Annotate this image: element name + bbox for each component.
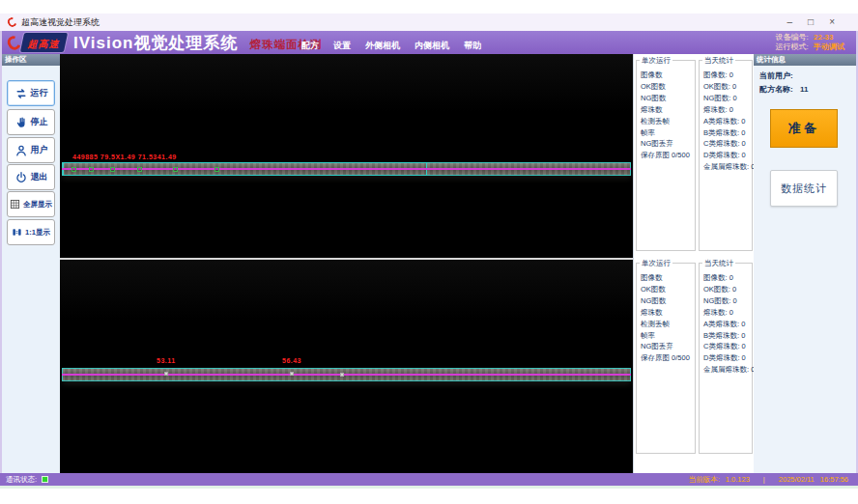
fullscreen-icon xyxy=(10,199,20,210)
detection-mark xyxy=(173,167,178,172)
os-titlebar: 超高速视觉处理系统 – □ × xyxy=(0,14,858,31)
device-info: 设备编号: 22-33 运行模式: 手动调试 xyxy=(776,33,844,52)
one-to-one-icon xyxy=(12,227,22,238)
run-loop-icon xyxy=(14,87,28,100)
app-title: IVision视觉处理系统 xyxy=(73,32,238,54)
stats-panel-bottom-single-run: 单次运行 图像数OK图数NG图数熔珠数检测丢帧帧率NG图丢弃保存原图 0/500 xyxy=(636,263,696,454)
menu-item[interactable]: 帮助 xyxy=(464,40,481,52)
stat-row: NG图丢弃 xyxy=(641,341,694,352)
stat-row: 熔珠数 xyxy=(641,307,694,319)
stat-row: 帧率 xyxy=(641,330,694,342)
user-button[interactable]: 用户 xyxy=(7,137,55,163)
minimize-button[interactable]: – xyxy=(787,15,793,29)
detection-mark xyxy=(137,167,142,172)
stat-row: OK图数: 0 xyxy=(703,284,751,295)
weld-bead-band xyxy=(62,368,631,381)
separator: | xyxy=(763,475,765,484)
recipe-name-label: 配方名称: xyxy=(759,85,793,94)
run-mode-label: 运行模式: xyxy=(776,42,809,51)
brand-logo: 超高速 xyxy=(8,33,66,52)
version-label: 当前版本: xyxy=(689,475,720,485)
device-number-value: 22-33 xyxy=(814,33,833,42)
operation-sidebar: 操作区 运行 停止 用户 退出 xyxy=(2,54,60,473)
sidebar-title: 操作区 xyxy=(2,54,60,66)
close-button[interactable]: × xyxy=(829,15,835,29)
inner-camera-viewport: 53.11 56.43 xyxy=(60,260,633,473)
stat-row: B类熔珠数: 0 xyxy=(703,330,751,342)
comm-status-indicator xyxy=(42,476,48,483)
stat-row: OK图数 xyxy=(641,284,694,295)
run-button[interactable]: 运行 xyxy=(7,80,55,106)
stat-row: 熔珠数 xyxy=(641,104,694,116)
app-header: 超高速 IVision视觉处理系统 熔珠端面检测 配方设置外侧相机内侧相机帮助 … xyxy=(2,31,856,54)
bead-dot xyxy=(164,372,168,376)
version-info: 当前版本: 1.0.123 | 2025/02/11 16:57:56 xyxy=(689,475,848,485)
weld-bead-band xyxy=(62,162,631,176)
stat-row: 图像数 xyxy=(641,70,694,81)
restore-button[interactable]: □ xyxy=(808,15,814,29)
daily-stats-title: 当天统计 xyxy=(702,259,735,268)
main-menu: 配方设置外侧相机内侧相机帮助 xyxy=(301,40,481,52)
stop-hand-icon xyxy=(14,116,28,129)
daily-stats-title: 当天统计 xyxy=(702,56,735,66)
stat-row: 金属屑熔珠数: 0 xyxy=(703,161,751,173)
menu-item[interactable]: 外侧相机 xyxy=(365,40,400,52)
statistics-region: 单次运行 图像数OK图数NG图数熔珠数检测丢帧帧率NG图丢弃保存原图 0/500… xyxy=(633,54,754,473)
power-icon xyxy=(14,171,28,184)
status-date: 2025/02/11 xyxy=(779,475,815,484)
stat-row: NG图丢弃 xyxy=(641,138,694,150)
one-to-one-button[interactable]: 1:1显示 xyxy=(7,219,55,245)
outer-camera-viewport: 449885 79.5X1.49 71.5341.49 xyxy=(60,54,633,258)
window-controls: – □ × xyxy=(787,15,850,29)
single-run-title: 单次运行 xyxy=(640,259,672,268)
measurement-overlay-text: 449885 79.5X1.49 71.5341.49 xyxy=(72,154,177,160)
stat-row: 帧率 xyxy=(641,127,694,139)
scan-line xyxy=(62,168,631,170)
scan-line xyxy=(62,374,631,376)
data-statistics-button[interactable]: 数据统计 xyxy=(770,170,838,207)
stat-row: 保存原图 0/500 xyxy=(641,150,694,161)
stat-row: NG图数 xyxy=(641,295,694,307)
version-value: 1.0.123 xyxy=(726,475,750,484)
stat-row: 保存原图 0/500 xyxy=(641,352,694,364)
detection-mark xyxy=(110,167,115,172)
prepare-button[interactable]: 准备 xyxy=(770,109,838,148)
stat-row: OK图数 xyxy=(641,81,694,93)
stat-row: 图像数: 0 xyxy=(703,70,751,81)
stop-button[interactable]: 停止 xyxy=(7,109,55,135)
info-panel-title: 统计信息 xyxy=(754,54,856,66)
window-title: 超高速视觉处理系统 xyxy=(21,16,100,29)
stat-row: NG图数: 0 xyxy=(703,93,751,104)
measurement-label: 53.11 xyxy=(157,357,176,364)
stat-row: 图像数 xyxy=(641,272,694,284)
detection-mark xyxy=(214,167,219,172)
measurement-label: 56.43 xyxy=(282,357,301,364)
brand-logo-text: 超高速 xyxy=(28,38,60,51)
status-time: 16:57:56 xyxy=(820,475,848,484)
brand-plate: 超高速 xyxy=(20,33,68,52)
stat-row: OK图数: 0 xyxy=(703,81,751,93)
window-border-bottom xyxy=(0,486,858,489)
stat-row: A类熔珠数: 0 xyxy=(703,319,751,330)
info-panel: 统计信息 当前用户: 配方名称: 11 准备 数据统计 xyxy=(754,54,856,473)
detection-mark xyxy=(89,167,94,172)
recipe-name-value: 11 xyxy=(800,85,808,94)
stat-row: 检测丢帧 xyxy=(641,319,694,330)
bead-dot xyxy=(290,372,294,376)
stat-row: D类熔珠数: 0 xyxy=(703,150,751,161)
run-mode-value: 手动调试 xyxy=(814,42,844,51)
menu-item[interactable]: 配方 xyxy=(301,40,319,52)
stat-row: 熔珠数: 0 xyxy=(703,307,751,319)
fullscreen-button[interactable]: 全屏显示 xyxy=(7,191,55,217)
current-user-row: 当前用户: xyxy=(759,70,793,81)
menu-item[interactable]: 内侧相机 xyxy=(415,40,449,52)
exit-button[interactable]: 退出 xyxy=(7,164,55,190)
app-logo-icon xyxy=(6,15,18,28)
stat-row: C类熔珠数: 0 xyxy=(703,341,751,352)
menu-item[interactable]: 设置 xyxy=(333,40,351,52)
recipe-row: 配方名称: 11 xyxy=(759,84,808,95)
device-number-label: 设备编号: xyxy=(776,33,809,42)
stats-panel-top-single-run: 单次运行 图像数OK图数NG图数熔珠数检测丢帧帧率NG图丢弃保存原图 0/500 xyxy=(636,60,696,251)
stat-row: 熔珠数: 0 xyxy=(703,104,751,116)
camera-viewports: 449885 79.5X1.49 71.5341.49 53.11 56.43 xyxy=(60,54,633,473)
